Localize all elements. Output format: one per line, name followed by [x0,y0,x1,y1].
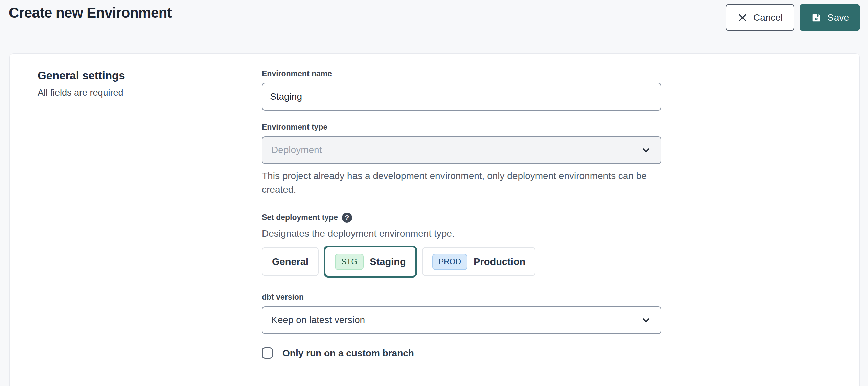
deployment-type-option-general[interactable]: General [262,247,319,276]
dbt-version-label: dbt version [262,293,304,302]
deployment-type-option-staging[interactable]: STG Staging [324,246,417,278]
cancel-button[interactable]: Cancel [726,4,794,31]
save-button-label: Save [827,12,849,23]
deployment-type-option-production[interactable]: PROD Production [422,247,536,276]
page-header: Create new Environment Cancel Save [0,0,868,49]
environment-type-helper: This project already has a development e… [262,169,651,196]
deployment-type-helper: Designates the deployment environment ty… [262,227,651,240]
chevron-down-icon [640,314,652,326]
deployment-type-option-label: Production [474,256,525,267]
environment-type-select[interactable]: Deployment [262,136,661,164]
custom-branch-label: Only run on a custom branch [282,348,414,359]
dbt-version-value: Keep on latest version [271,315,365,325]
deployment-type-options: General STG Staging PROD Production [262,245,661,278]
environment-name-input[interactable] [262,83,661,111]
page-title: Create new Environment [9,4,172,21]
custom-branch-row: Only run on a custom branch [262,347,661,359]
environment-type-label: Environment type [262,123,327,132]
environment-type-value: Deployment [271,145,322,155]
stg-badge: STG [335,254,364,270]
environment-form: Environment name Environment type Deploy… [262,69,661,359]
header-actions: Cancel Save [726,4,860,31]
question-mark-icon[interactable]: ? [342,213,352,223]
prod-badge: PROD [432,254,467,270]
custom-branch-checkbox[interactable] [262,347,273,359]
cancel-button-label: Cancel [753,12,783,23]
section-heading: General settings [38,69,262,82]
chevron-down-icon [640,144,652,156]
save-button[interactable]: Save [800,4,860,31]
section-intro: General settings All fields are required [38,69,262,359]
environment-name-label: Environment name [262,69,332,78]
deployment-type-option-label: Staging [370,256,406,267]
deployment-type-label: Set deployment type [262,213,338,222]
section-subheading: All fields are required [38,88,262,98]
general-settings-card: General settings All fields are required… [9,53,860,386]
floppy-disk-icon [810,12,822,23]
close-icon [737,12,748,23]
dbt-version-select[interactable]: Keep on latest version [262,306,661,334]
deployment-type-option-label: General [272,256,309,267]
